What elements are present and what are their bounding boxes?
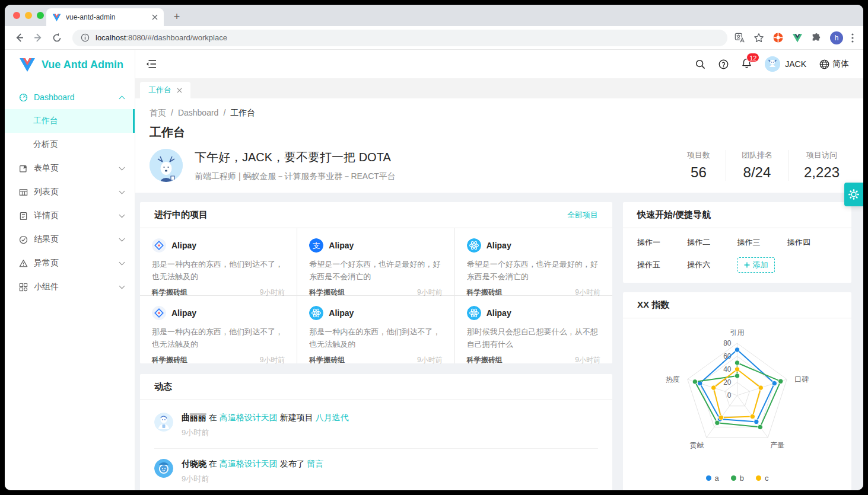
new-tab-button[interactable]: + — [170, 10, 184, 24]
dashboard-icon — [19, 93, 28, 102]
project-group-link[interactable]: 科学搬砖组 — [467, 355, 503, 365]
extension-orange-icon[interactable] — [772, 32, 784, 43]
activity-user[interactable]: 付晓晓 — [182, 459, 206, 468]
breadcrumb-home[interactable]: 首页 — [150, 108, 166, 119]
bookmark-star-icon[interactable] — [753, 33, 764, 43]
project-card[interactable]: Alipay 希望是一个好东西，也许是最好的，好东西是不会消亡的 科学搬砖组9小… — [455, 228, 612, 296]
close-window-button[interactable] — [13, 12, 20, 19]
maximize-window-button[interactable] — [37, 12, 44, 19]
address-bar[interactable]: localhost:8080/#/dashboard/workplace — [72, 30, 727, 46]
language-switcher[interactable]: 简体 — [819, 59, 849, 69]
project-card[interactable]: Alipay 那时候我只会想自己想要什么，从不想自己拥有什么 科学搬砖组9小时前 — [455, 296, 612, 363]
sidebar-item-form[interactable]: 表单页 — [5, 157, 135, 180]
breadcrumb-dashboard[interactable]: Dashboard — [178, 108, 219, 119]
activity-item: 曲丽丽 在 高逼格设计天团 新建项目 八月迭代 9小时前 — [154, 403, 598, 449]
activity-target-link[interactable]: 八月迭代 — [316, 413, 349, 422]
react-logo-icon — [467, 306, 481, 320]
notifications-button[interactable]: 12 — [742, 58, 752, 71]
quicknav-link[interactable]: 操作五 — [637, 260, 687, 270]
project-card[interactable]: Alipay 那是一种内在的东西，他们到达不了，也无法触及的 科学搬砖组9小时前 — [297, 296, 454, 363]
quicknav-link[interactable]: 操作三 — [737, 237, 787, 248]
chrome-profile-avatar[interactable]: h — [830, 31, 843, 44]
vue-logo-icon — [19, 57, 36, 72]
sidebar-menu: Dashboard 工作台 分析页 表单页 列表页 详情页 — [5, 79, 135, 299]
app-logo[interactable]: Vue Antd Admin — [5, 50, 135, 79]
add-button[interactable]: 添加 — [737, 257, 775, 273]
extensions-puzzle-icon[interactable] — [811, 33, 822, 43]
app-title: Vue Antd Admin — [42, 59, 123, 71]
sidebar-item-dashboard[interactable]: Dashboard — [5, 85, 135, 109]
greeting-text: 下午好，JACK，要不要打一把 DOTA — [195, 149, 672, 165]
minimize-window-button[interactable] — [25, 12, 32, 19]
legend-dot — [706, 475, 711, 481]
form-icon — [19, 164, 28, 173]
react-logo-icon — [467, 238, 481, 253]
tab-close-icon[interactable] — [152, 14, 158, 20]
legend-item[interactable]: a — [706, 474, 719, 483]
page-tabs: 工作台 — [135, 78, 863, 98]
back-button[interactable] — [11, 30, 27, 46]
user-deer-avatar — [150, 149, 183, 182]
project-card[interactable]: Alipay 那是一种内在的东西，他们到达不了，也无法触及的 科学搬砖组9小时前 — [140, 296, 297, 363]
user-role-text: 前端工程师 | 蚂蚁金服－计算服务事业群－REACT平台 — [195, 171, 672, 182]
project-card[interactable]: Alipay 那是一种内在的东西，他们到达不了，也无法触及的 科学搬砖组9小时前 — [140, 228, 297, 296]
refresh-button[interactable] — [49, 30, 65, 46]
globe-icon — [819, 59, 829, 69]
app-header: 12 JACK 简体 — [135, 50, 863, 78]
widgets-icon — [19, 283, 28, 292]
tab-workplace[interactable]: 工作台 — [140, 82, 190, 98]
legend-item[interactable]: c — [756, 474, 769, 483]
svg-text:40: 40 — [723, 365, 732, 373]
theme-settings-button[interactable] — [844, 183, 863, 206]
project-card[interactable]: 支 Alipay 希望是一个好东西，也许是最好的，好东西是不会消亡的 科学搬砖组… — [297, 228, 454, 296]
help-icon[interactable] — [718, 59, 729, 69]
quicknav-link[interactable]: 操作四 — [787, 237, 837, 248]
legend-item[interactable]: b — [731, 474, 744, 483]
sidebar-item-exception[interactable]: 异常页 — [5, 251, 135, 275]
browser-tab[interactable]: vue-antd-admin — [46, 8, 164, 26]
sidebar: Vue Antd Admin Dashboard 工作台 分析页 表单页 列表页 — [5, 50, 135, 490]
site-info-icon[interactable] — [81, 33, 90, 42]
chart-card-title: XX 指数 — [637, 299, 837, 311]
tab-close-icon[interactable] — [177, 88, 182, 93]
vue-devtools-extension-icon[interactable] — [792, 33, 803, 43]
all-projects-link[interactable]: 全部项目 — [567, 210, 598, 221]
sidebar-item-result[interactable]: 结果页 — [5, 228, 135, 251]
quicknav-link[interactable]: 操作六 — [687, 260, 737, 270]
user-menu[interactable]: JACK — [765, 56, 806, 72]
activity-user[interactable]: 曲丽丽 — [182, 413, 206, 422]
chrome-menu-kebab-icon[interactable] — [851, 33, 854, 43]
quicknav-link[interactable]: 操作一 — [637, 237, 687, 248]
vue-favicon-icon — [52, 13, 61, 22]
page-header: 首页 / Dashboard / 工作台 工作台 下午好，JACK，要不要打一把… — [135, 98, 863, 193]
search-icon[interactable] — [695, 59, 705, 69]
welcome-stats: 项目数 56 团队排名 8/24 项目访问 2,223 — [672, 150, 849, 181]
sidebar-item-list[interactable]: 列表页 — [5, 180, 135, 204]
radar-chart: 020406080引用口碑产量贡献热度 — [623, 322, 851, 470]
svg-text:贡献: 贡献 — [690, 441, 704, 449]
translate-icon[interactable] — [735, 33, 745, 43]
sidebar-item-components[interactable]: 小组件 — [5, 275, 135, 299]
menu-fold-icon[interactable] — [146, 59, 157, 69]
plus-icon — [744, 262, 750, 268]
sidebar-item-analysis[interactable]: 分析页 — [5, 133, 135, 157]
sidebar-item-detail[interactable]: 详情页 — [5, 204, 135, 228]
activity-target-link[interactable]: 留言 — [307, 459, 324, 468]
sidebar-item-workplace[interactable]: 工作台 — [5, 109, 135, 133]
quicknav-link[interactable]: 操作二 — [687, 237, 737, 248]
chevron-down-icon — [119, 165, 125, 171]
user-avatar — [765, 56, 780, 72]
stat-team-rank: 团队排名 8/24 — [726, 150, 788, 181]
chevron-down-icon — [119, 260, 125, 266]
svg-text:引用: 引用 — [730, 328, 745, 337]
chart-legend[interactable]: abc — [623, 474, 851, 483]
browser-tab-title: vue-antd-admin — [66, 13, 147, 21]
project-group-link[interactable]: 科学搬砖组 — [309, 355, 345, 365]
project-group-link[interactable]: 科学搬砖组 — [152, 355, 187, 365]
table-icon — [19, 188, 28, 197]
browser-window: vue-antd-admin + localhost:8080/#/dashbo… — [5, 5, 863, 490]
activity-group-link[interactable]: 高逼格设计天团 — [220, 459, 278, 468]
stat-project-visits: 项目访问 2,223 — [788, 150, 849, 181]
activity-group-link[interactable]: 高逼格设计天团 — [220, 413, 278, 422]
forward-button[interactable] — [30, 30, 46, 46]
